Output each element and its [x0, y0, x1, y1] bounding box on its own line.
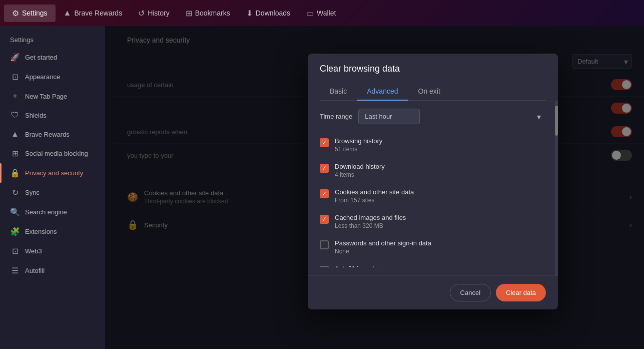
cancel-button[interactable]: Cancel	[450, 284, 491, 301]
dialog-tabs: Basic Advanced On exit	[320, 82, 546, 101]
sidebar-item-appearance[interactable]: ⊡ Appearance	[0, 67, 105, 87]
privacy-icon: 🔒	[10, 168, 20, 178]
tab-advanced[interactable]: Advanced	[357, 82, 408, 100]
checkbox-cached-images-box[interactable]: ✓	[320, 215, 329, 224]
checkbox-passwords-box[interactable]	[320, 240, 329, 249]
clear-browsing-data-dialog: Clear browsing data Basic Advanced On ex…	[308, 54, 558, 309]
sidebar-item-new-tab-page[interactable]: + New Tab Page	[0, 87, 105, 106]
brave-rewards-sidebar-icon: ▲	[10, 130, 20, 139]
nav-wallet[interactable]: ▭ Wallet	[298, 5, 344, 22]
nav-bookmarks[interactable]: ⊞ Bookmarks	[178, 5, 238, 22]
wallet-icon: ▭	[306, 9, 314, 18]
checkbox-autofill-form: Autofill form data	[320, 260, 554, 267]
dialog-body: Time range Last hour Last 24 hours Last …	[308, 101, 558, 275]
get-started-icon: 🚀	[10, 53, 20, 62]
time-range-row: Time range Last hour Last 24 hours Last …	[320, 109, 558, 124]
time-range-wrapper: Last hour Last 24 hours Last 7 days Last…	[358, 109, 546, 124]
nav-history[interactable]: ↺ History	[130, 5, 178, 22]
dialog-title: Clear browsing data	[320, 64, 546, 74]
checkbox-cookies-box[interactable]: ✓	[320, 189, 329, 198]
sidebar-item-web3[interactable]: ⊡ Web3	[0, 241, 105, 261]
nav-downloads[interactable]: ⬇ Downloads	[238, 5, 298, 22]
search-engine-icon: 🔍	[10, 207, 20, 217]
nav-brave-rewards[interactable]: ▲ Brave Rewards	[56, 5, 131, 22]
checkbox-download-history: ✓ Download history 4 items	[320, 158, 554, 183]
sidebar-title: Settings	[0, 32, 105, 48]
checkbox-browsing-history-box[interactable]: ✓	[320, 138, 329, 147]
clear-data-button[interactable]: Clear data	[496, 284, 546, 301]
tab-on-exit[interactable]: On exit	[408, 82, 450, 100]
bookmarks-icon: ⊞	[186, 9, 192, 18]
time-range-select[interactable]: Last hour Last 24 hours Last 7 days Last…	[358, 109, 420, 124]
sidebar-item-social-media-blocking[interactable]: ⊞ Social media blocking	[0, 144, 105, 163]
tab-basic[interactable]: Basic	[320, 82, 357, 100]
downloads-icon: ⬇	[246, 9, 253, 18]
top-nav: ⚙ Settings ▲ Brave Rewards ↺ History ⊞ B…	[0, 0, 644, 26]
checkboxes-list: ✓ Browsing history 51 items ✓ Download h…	[320, 132, 558, 267]
sidebar-item-sync[interactable]: ↻ Sync	[0, 183, 105, 202]
settings-icon: ⚙	[12, 9, 19, 18]
checkbox-cookies-site-data: ✓ Cookies and other site data From 157 s…	[320, 183, 554, 209]
time-range-label: Time range	[320, 113, 352, 120]
shields-icon: 🛡	[10, 111, 20, 120]
new-tab-page-icon: +	[10, 92, 20, 101]
sync-icon: ↻	[10, 188, 20, 197]
content-area: Privacy and security Default ▾ usage of …	[105, 26, 644, 349]
dialog-footer: Cancel Clear data	[308, 275, 558, 309]
checkbox-download-history-box[interactable]: ✓	[320, 164, 329, 173]
checkbox-autofill-box[interactable]	[320, 266, 329, 267]
sidebar-item-autofill[interactable]: ☰ Autofill	[0, 261, 105, 280]
sidebar-item-get-started[interactable]: 🚀 Get started	[0, 48, 105, 67]
nav-settings[interactable]: ⚙ Settings	[4, 5, 56, 22]
autofill-icon: ☰	[10, 266, 20, 275]
sidebar: Settings 🚀 Get started ⊡ Appearance + Ne…	[0, 26, 105, 349]
dialog-scrollbar-thumb	[555, 106, 558, 136]
dialog-scrollbar[interactable]	[555, 101, 558, 275]
appearance-icon: ⊡	[10, 72, 20, 82]
web3-icon: ⊡	[10, 246, 20, 256]
sidebar-item-search-engine[interactable]: 🔍 Search engine	[0, 202, 105, 222]
sidebar-item-brave-rewards[interactable]: ▲ Brave Rewards	[0, 125, 105, 144]
history-icon: ↺	[138, 9, 145, 18]
checkbox-passwords: Passwords and other sign-in data None	[320, 234, 554, 260]
social-media-icon: ⊞	[10, 149, 20, 158]
extensions-icon: 🧩	[10, 227, 20, 236]
sidebar-item-extensions[interactable]: 🧩 Extensions	[0, 222, 105, 241]
dialog-header: Clear browsing data Basic Advanced On ex…	[308, 54, 558, 101]
sidebar-item-shields[interactable]: 🛡 Shields	[0, 106, 105, 125]
sidebar-item-privacy-and-security[interactable]: 🔒 Privacy and security	[0, 163, 105, 183]
brave-rewards-icon: ▲	[64, 9, 72, 18]
checkbox-cached-images: ✓ Cached images and files Less than 320 …	[320, 209, 554, 234]
checkbox-browsing-history: ✓ Browsing history 51 items	[320, 132, 554, 158]
